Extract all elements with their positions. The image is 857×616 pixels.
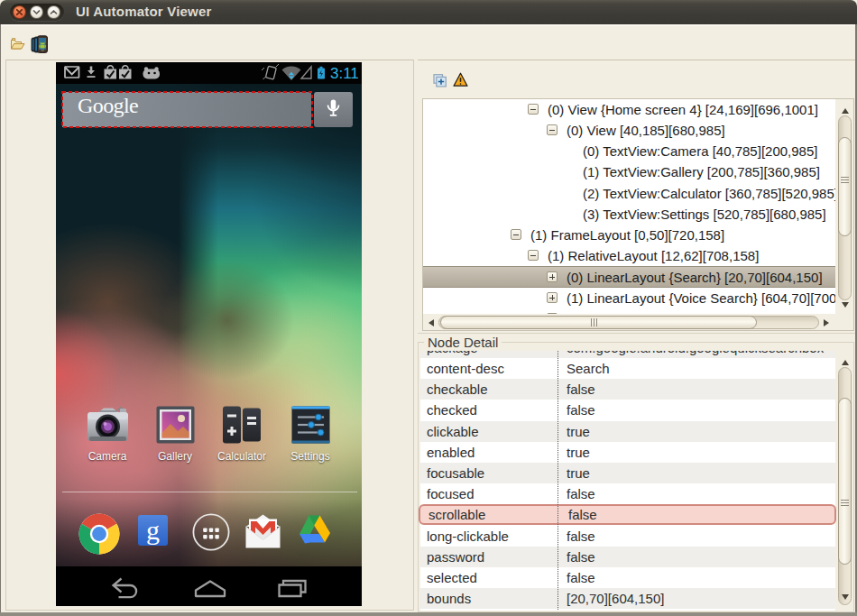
svg-text:3:11: 3:11: [330, 65, 359, 82]
svg-text:g: g: [146, 515, 160, 545]
